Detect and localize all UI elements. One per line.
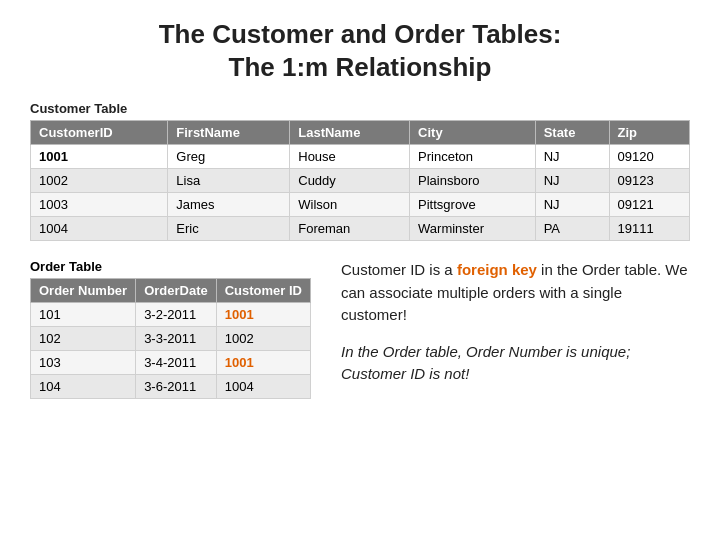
description-paragraph1: Customer ID is a foreign key in the Orde…: [341, 259, 690, 327]
page-title: The Customer and Order Tables: The 1:m R…: [30, 18, 690, 83]
order-table: Order Number OrderDate Customer ID 1013-…: [30, 278, 311, 399]
order-cell-1: 3-6-2011: [136, 375, 217, 399]
customer-cell-2: House: [290, 145, 410, 169]
order-table-row: 1043-6-20111004: [31, 375, 311, 399]
order-cell-2: 1002: [216, 327, 310, 351]
order-table-header-row: Order Number OrderDate Customer ID: [31, 279, 311, 303]
order-cell-1: 3-2-2011: [136, 303, 217, 327]
customer-cell-2: Wilson: [290, 193, 410, 217]
bottom-section: Order Table Order Number OrderDate Custo…: [30, 259, 690, 400]
customer-cell-5: 09120: [609, 145, 690, 169]
customer-cell-1: James: [168, 193, 290, 217]
description: Customer ID is a foreign key in the Orde…: [341, 259, 690, 400]
customer-cell-5: 19111: [609, 217, 690, 241]
customer-cell-0: 1002: [31, 169, 168, 193]
customer-cell-4: PA: [535, 217, 609, 241]
customer-table: CustomerID FirstName LastName City State…: [30, 120, 690, 241]
col-header-customerid: CustomerID: [31, 121, 168, 145]
order-cell-0: 103: [31, 351, 136, 375]
order-col-header-number: Order Number: [31, 279, 136, 303]
col-header-state: State: [535, 121, 609, 145]
customer-table-header-row: CustomerID FirstName LastName City State…: [31, 121, 690, 145]
col-header-firstname: FirstName: [168, 121, 290, 145]
order-cell-0: 101: [31, 303, 136, 327]
customer-cell-1: Lisa: [168, 169, 290, 193]
customer-cell-0: 1001: [31, 145, 168, 169]
order-cell-1: 3-4-2011: [136, 351, 217, 375]
customer-table-row: 1004EricForemanWarminsterPA19111: [31, 217, 690, 241]
customer-cell-1: Eric: [168, 217, 290, 241]
customer-cell-0: 1003: [31, 193, 168, 217]
order-table-row: 1023-3-20111002: [31, 327, 311, 351]
customer-table-row: 1003JamesWilsonPittsgroveNJ09121: [31, 193, 690, 217]
order-cell-2: 1004: [216, 375, 310, 399]
customer-table-label: Customer Table: [30, 101, 690, 116]
customer-table-row: 1002LisaCuddyPlainsboroNJ09123: [31, 169, 690, 193]
order-cell-1: 3-3-2011: [136, 327, 217, 351]
customer-cell-4: NJ: [535, 145, 609, 169]
order-table-row: 1013-2-20111001: [31, 303, 311, 327]
customer-cell-5: 09123: [609, 169, 690, 193]
order-cell-2: 1001: [216, 351, 310, 375]
customer-cell-0: 1004: [31, 217, 168, 241]
order-table-wrap: Order Table Order Number OrderDate Custo…: [30, 259, 311, 399]
order-table-label: Order Table: [30, 259, 311, 274]
order-col-header-customerid: Customer ID: [216, 279, 310, 303]
customer-cell-3: Pittsgrove: [410, 193, 536, 217]
page: The Customer and Order Tables: The 1:m R…: [0, 0, 720, 540]
description-paragraph2: In the Order table, Order Number is uniq…: [341, 341, 690, 386]
order-table-row: 1033-4-20111001: [31, 351, 311, 375]
col-header-city: City: [410, 121, 536, 145]
customer-cell-1: Greg: [168, 145, 290, 169]
col-header-lastname: LastName: [290, 121, 410, 145]
customer-cell-4: NJ: [535, 169, 609, 193]
order-cell-0: 104: [31, 375, 136, 399]
col-header-zip: Zip: [609, 121, 690, 145]
order-cell-0: 102: [31, 327, 136, 351]
customer-cell-2: Foreman: [290, 217, 410, 241]
order-cell-2: 1001: [216, 303, 310, 327]
foreign-key-text: foreign key: [457, 261, 537, 278]
customer-cell-3: Warminster: [410, 217, 536, 241]
customer-table-row: 1001GregHousePrincetonNJ09120: [31, 145, 690, 169]
order-col-header-date: OrderDate: [136, 279, 217, 303]
customer-cell-5: 09121: [609, 193, 690, 217]
customer-cell-3: Princeton: [410, 145, 536, 169]
customer-cell-3: Plainsboro: [410, 169, 536, 193]
customer-cell-4: NJ: [535, 193, 609, 217]
desc-prefix: Customer ID is a: [341, 261, 457, 278]
customer-cell-2: Cuddy: [290, 169, 410, 193]
